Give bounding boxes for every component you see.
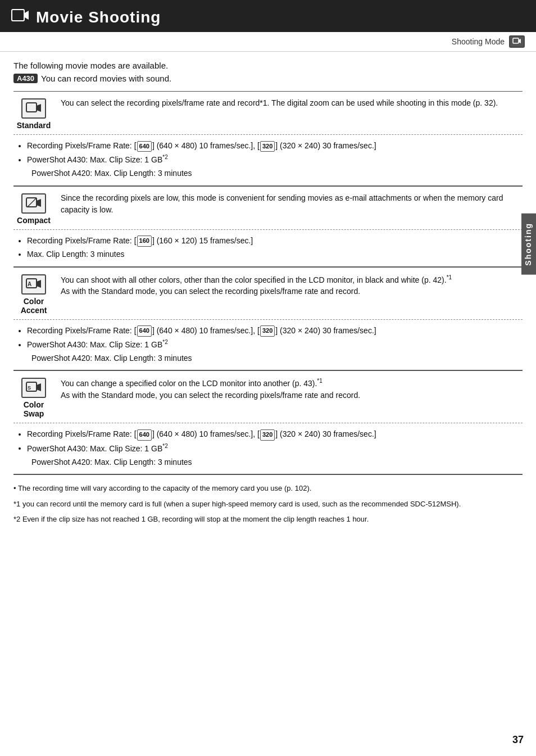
footnotes-area: • The recording time will vary according… <box>13 474 523 535</box>
compact-mode-desc: Since the recording pixels are low, this… <box>61 192 523 216</box>
movie-mode-icon <box>11 8 29 26</box>
shooting-mode-bar: Shooting Mode <box>0 32 536 52</box>
svg-rect-4 <box>513 38 519 43</box>
sup-1a: *1 <box>447 274 452 280</box>
standard-icon-box <box>21 98 46 119</box>
sidebar-shooting-tab: Shooting <box>521 214 536 275</box>
intro-line1: The following movie modes are available. <box>13 61 523 70</box>
shooting-mode-icon <box>509 35 525 48</box>
svg-rect-6 <box>26 103 37 112</box>
pixel-badge-640c: 640 <box>137 429 152 441</box>
color-accent-mode-name: ColorAccent <box>21 297 47 315</box>
sup-2c: *2 <box>162 443 167 449</box>
color-swap-mode-name: ColorSwap <box>24 400 44 418</box>
compact-mode-section: Compact Since the recording pixels are l… <box>13 186 523 267</box>
main-content: The following movie modes are available.… <box>0 52 536 544</box>
svg-text:S: S <box>28 385 31 391</box>
color-accent-mode-section: A ColorAccent You can shoot with all oth… <box>13 267 523 371</box>
standard-details: Recording Pixels/Frame Rate: [640] (640 … <box>13 135 523 186</box>
svg-marker-9 <box>37 199 41 207</box>
color-accent-mode-desc: You can shoot with all other colors, oth… <box>61 273 523 298</box>
svg-marker-15 <box>37 383 41 391</box>
color-swap-icon-cell: S ColorSwap <box>13 377 54 418</box>
intro-row: A430 You can record movies with sound. <box>13 74 523 83</box>
standard-mode-name: Standard <box>17 121 51 130</box>
standard-mode-row: Standard You can select the recording pi… <box>13 92 523 135</box>
sup-2b: *2 <box>162 339 167 345</box>
standard-icon-cell: Standard <box>13 97 54 130</box>
color-accent-details: Recording Pixels/Frame Rate: [640] (640 … <box>13 320 523 371</box>
svg-marker-7 <box>37 104 41 112</box>
svg-rect-0 <box>12 10 24 21</box>
color-swap-mode-desc: You can change a specified color on the … <box>61 377 523 401</box>
color-swap-mode-section: S ColorSwap You can change a specified c… <box>13 370 523 474</box>
color-accent-icon-cell: A ColorAccent <box>13 273 54 315</box>
footnote-1: *1 you can record until the memory card … <box>13 499 523 510</box>
svg-marker-1 <box>25 11 29 20</box>
color-swap-mode-row: S ColorSwap You can change a specified c… <box>13 371 523 423</box>
pixel-badge-640b: 640 <box>137 325 152 337</box>
svg-line-10 <box>28 198 37 207</box>
svg-rect-2 <box>14 12 16 14</box>
standard-mode-section: Standard You can select the recording pi… <box>13 91 523 186</box>
compact-mode-row: Compact Since the recording pixels are l… <box>13 187 523 230</box>
a430-badge: A430 <box>13 74 38 83</box>
compact-mode-name: Compact <box>17 216 51 225</box>
shooting-mode-label: Shooting Mode <box>452 37 505 46</box>
footnote-2: *2 Even if the clip size has not reached… <box>13 514 523 525</box>
intro-line2: You can record movies with sound. <box>41 74 171 83</box>
pixel-badge-320: 320 <box>260 141 275 152</box>
color-swap-details: Recording Pixels/Frame Rate: [640] (640 … <box>13 423 523 474</box>
compact-icon-box <box>21 193 46 214</box>
pixel-badge-320c: 320 <box>260 429 275 441</box>
color-accent-icon-box: A <box>21 274 46 295</box>
compact-details: Recording Pixels/Frame Rate: [160] (160 … <box>13 230 523 267</box>
pixel-badge-320b: 320 <box>260 325 275 337</box>
svg-marker-12 <box>37 280 41 288</box>
standard-mode-desc: You can select the recording pixels/fram… <box>61 97 523 109</box>
sup-1b: *1 <box>317 378 322 384</box>
page-header: Movie Shooting <box>0 0 536 32</box>
svg-rect-3 <box>19 12 21 14</box>
footnote-recording-time: • The recording time will vary according… <box>13 483 523 494</box>
pixel-badge-160: 160 <box>137 236 152 247</box>
page-title: Movie Shooting <box>36 8 161 26</box>
page-number: 37 <box>512 734 524 746</box>
svg-text:A: A <box>28 281 31 287</box>
color-accent-mode-row: A ColorAccent You can shoot with all oth… <box>13 268 523 320</box>
compact-icon-cell: Compact <box>13 192 54 225</box>
color-swap-icon-box: S <box>21 378 46 398</box>
sup-2: *2 <box>162 154 167 160</box>
pixel-badge-640: 640 <box>137 141 152 152</box>
